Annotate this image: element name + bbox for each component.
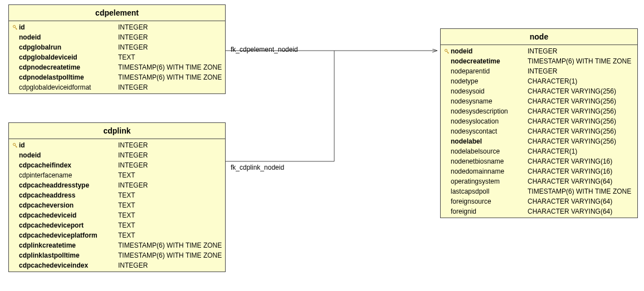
entity-title-cdplink: cdplink xyxy=(9,123,225,139)
column-type: INTEGER xyxy=(118,141,148,150)
column-type: CHARACTER VARYING(64) xyxy=(528,197,612,206)
column-type: CHARACTER VARYING(256) xyxy=(528,107,616,116)
column-row: cdpglobaldeviceidformatINTEGER xyxy=(9,82,225,92)
column-name: cdpcachedeviceport xyxy=(19,221,118,230)
column-type: CHARACTER(1) xyxy=(528,77,577,86)
column-name: nodeparentid xyxy=(451,67,528,76)
entity-title-cdpelement: cdpelement xyxy=(9,5,225,21)
column-row: cdplinklastpolltimeTIMESTAMP(6) WITH TIM… xyxy=(9,250,225,260)
column-name: cdplinkcreatetime xyxy=(19,241,118,250)
column-name: nodecreatetime xyxy=(451,57,528,66)
column-name: cdpglobaldeviceidformat xyxy=(19,83,118,92)
column-row: lastcapsdpollTIMESTAMP(6) WITH TIME ZONE xyxy=(441,186,637,196)
column-type: TEXT xyxy=(118,171,135,180)
column-name: id xyxy=(19,141,118,150)
column-name: cdpcacheversion xyxy=(19,201,118,210)
column-name: cdpcacheifindex xyxy=(19,161,118,170)
column-name: cdpcachedeviceid xyxy=(19,211,118,220)
column-row: cdpcachedeviceidTEXT xyxy=(9,210,225,220)
key-cell xyxy=(11,24,19,31)
column-type: TIMESTAMP(6) WITH TIME ZONE xyxy=(528,57,631,66)
column-type: TIMESTAMP(6) WITH TIME ZONE xyxy=(118,241,222,250)
column-row: nodeparentidINTEGER xyxy=(441,66,637,76)
entity-cdpelement: cdpelement idINTEGERnodeidINTEGERcdpglob… xyxy=(8,4,226,94)
column-name: operatingsystem xyxy=(451,177,528,186)
column-row: nodesyscontactCHARACTER VARYING(256) xyxy=(441,126,637,136)
entity-cdplink: cdplink idINTEGERnodeidINTEGERcdpcacheif… xyxy=(8,122,226,272)
svg-line-2 xyxy=(16,28,16,29)
column-name: lastcapsdpoll xyxy=(451,187,528,196)
column-name: cdpcachedeviceplatform xyxy=(19,231,118,240)
column-name: id xyxy=(19,23,118,32)
column-row: cdplinkcreatetimeTIMESTAMP(6) WITH TIME … xyxy=(9,240,225,250)
column-row: cdpcachedeviceindexINTEGER xyxy=(9,260,225,270)
column-row: nodeidINTEGER xyxy=(441,46,637,56)
connector-cdplink-node xyxy=(226,50,443,167)
column-row: nodetypeCHARACTER(1) xyxy=(441,76,637,86)
column-name: nodesysoid xyxy=(451,87,528,96)
column-type: CHARACTER VARYING(16) xyxy=(528,157,612,166)
entity-body-node: nodeidINTEGERnodecreatetimeTIMESTAMP(6) … xyxy=(441,45,637,218)
column-type: INTEGER xyxy=(118,23,148,32)
column-type: TEXT xyxy=(118,201,135,210)
column-name: nodesysname xyxy=(451,97,528,106)
column-row: idINTEGER xyxy=(9,22,225,32)
column-type: INTEGER xyxy=(118,161,148,170)
column-type: INTEGER xyxy=(118,151,148,160)
column-name: cdpglobalrun xyxy=(19,43,118,52)
column-row: cdpcacheaddresstypeINTEGER xyxy=(9,180,225,190)
column-row: cdpglobalrunINTEGER xyxy=(9,42,225,52)
column-type: INTEGER xyxy=(118,83,148,92)
column-row: cdpnodecreatetimeTIMESTAMP(6) WITH TIME … xyxy=(9,62,225,72)
column-row: nodesysoidCHARACTER VARYING(256) xyxy=(441,86,637,96)
column-name: nodeid xyxy=(19,151,118,160)
svg-line-7 xyxy=(16,147,17,147)
column-name: cdpnodecreatetime xyxy=(19,63,118,72)
column-row: nodelabelsourceCHARACTER(1) xyxy=(441,146,637,156)
column-name: nodeid xyxy=(19,33,118,42)
column-type: CHARACTER VARYING(256) xyxy=(528,127,616,136)
column-type: INTEGER xyxy=(528,47,557,56)
column-row: cdpnodelastpolltimeTIMESTAMP(6) WITH TIM… xyxy=(9,72,225,82)
column-type: INTEGER xyxy=(118,181,148,190)
column-row: cdpglobaldeviceidTEXT xyxy=(9,52,225,62)
column-type: TIMESTAMP(6) WITH TIME ZONE xyxy=(118,251,222,260)
column-name: nodedomainname xyxy=(451,167,528,176)
column-type: TEXT xyxy=(118,191,135,200)
column-row: cdpcachedeviceportTEXT xyxy=(9,220,225,230)
column-type: CHARACTER VARYING(16) xyxy=(528,167,612,176)
column-type: TIMESTAMP(6) WITH TIME ZONE xyxy=(528,187,631,196)
column-row: nodecreatetimeTIMESTAMP(6) WITH TIME ZON… xyxy=(441,56,637,66)
column-name: nodesysdescription xyxy=(451,107,528,116)
column-name: cdpinterfacename xyxy=(19,171,118,180)
column-row: nodeidINTEGER xyxy=(9,150,225,160)
column-row: nodedomainnameCHARACTER VARYING(16) xyxy=(441,166,637,176)
column-type: INTEGER xyxy=(528,67,557,76)
column-row: cdpcachedeviceplatformTEXT xyxy=(9,230,225,240)
column-type: CHARACTER VARYING(256) xyxy=(528,117,616,126)
primary-key-icon xyxy=(443,48,450,55)
column-name: cdpcacheaddresstype xyxy=(19,181,118,190)
entity-body-cdplink: idINTEGERnodeidINTEGERcdpcacheifindexINT… xyxy=(9,139,225,272)
entity-body-cdpelement: idINTEGERnodeidINTEGERcdpglobalrunINTEGE… xyxy=(9,21,225,93)
column-type: TIMESTAMP(6) WITH TIME ZONE xyxy=(118,63,222,72)
column-type: INTEGER xyxy=(118,33,148,42)
column-row: nodesysdescriptionCHARACTER VARYING(256) xyxy=(441,106,637,116)
column-type: TIMESTAMP(6) WITH TIME ZONE xyxy=(118,73,222,82)
svg-line-11 xyxy=(448,53,448,53)
column-name: foreignsource xyxy=(451,197,528,206)
svg-line-10 xyxy=(447,52,448,53)
svg-line-3 xyxy=(16,29,17,29)
column-type: INTEGER xyxy=(118,43,148,52)
column-name: cdplinklastpolltime xyxy=(19,251,118,260)
column-type: TEXT xyxy=(118,211,135,220)
column-row: nodesyslocationCHARACTER VARYING(256) xyxy=(441,116,637,126)
column-row: nodenetbiosnameCHARACTER VARYING(16) xyxy=(441,156,637,166)
column-row: nodelabelCHARACTER VARYING(256) xyxy=(441,136,637,146)
column-type: CHARACTER VARYING(256) xyxy=(528,87,616,96)
column-row: foreignsourceCHARACTER VARYING(64) xyxy=(441,196,637,206)
primary-key-icon xyxy=(12,24,18,31)
column-name: foreignid xyxy=(451,207,528,216)
column-name: nodesyslocation xyxy=(451,117,528,126)
entity-node: node nodeidINTEGERnodecreatetimeTIMESTAM… xyxy=(440,28,638,218)
